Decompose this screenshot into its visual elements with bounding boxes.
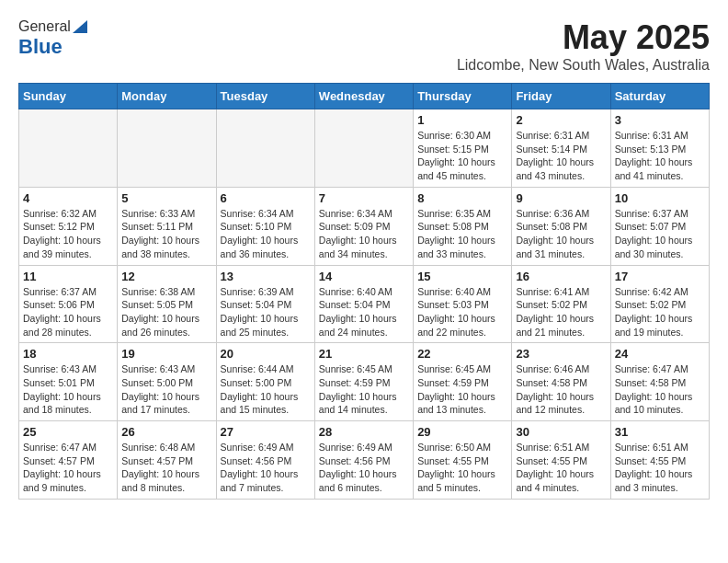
day-number: 19	[121, 347, 211, 361]
day-info: Sunrise: 6:49 AMSunset: 4:56 PMDaylight:…	[221, 441, 311, 495]
location-title: Lidcombe, New South Wales, Australia	[457, 57, 710, 74]
day-info: Sunrise: 6:49 AMSunset: 4:56 PMDaylight:…	[319, 441, 409, 495]
day-number: 14	[319, 270, 409, 283]
day-info: Sunrise: 6:32 AMSunset: 5:12 PMDaylight:…	[23, 207, 113, 261]
day-info: Sunrise: 6:51 AMSunset: 4:55 PMDaylight:…	[615, 441, 705, 495]
day-number: 20	[221, 347, 311, 361]
header: General Blue May 2025 Lidcombe, New Sout…	[18, 18, 710, 74]
weekday-header-sunday: Sunday	[19, 84, 118, 109]
day-number: 23	[516, 347, 606, 361]
logo-general: General	[18, 18, 71, 35]
day-cell: 10Sunrise: 6:37 AMSunset: 5:07 PMDayligh…	[610, 187, 709, 265]
day-number: 10	[615, 191, 705, 205]
day-info: Sunrise: 6:30 AMSunset: 5:15 PMDaylight:…	[417, 129, 507, 183]
day-cell	[19, 109, 118, 188]
day-number: 7	[319, 191, 409, 205]
month-title: May 2025	[457, 18, 710, 57]
calendar: SundayMondayTuesdayWednesdayThursdayFrid…	[18, 83, 710, 500]
day-cell: 5Sunrise: 6:33 AMSunset: 5:11 PMDaylight…	[118, 187, 216, 265]
day-cell: 9Sunrise: 6:36 AMSunset: 5:08 PMDaylight…	[512, 187, 610, 265]
day-cell: 14Sunrise: 6:40 AMSunset: 5:04 PMDayligh…	[314, 265, 413, 343]
day-info: Sunrise: 6:50 AMSunset: 4:55 PMDaylight:…	[417, 441, 507, 495]
day-cell: 22Sunrise: 6:45 AMSunset: 4:59 PMDayligh…	[414, 343, 512, 421]
day-cell: 27Sunrise: 6:49 AMSunset: 4:56 PMDayligh…	[216, 421, 314, 500]
day-cell: 2Sunrise: 6:31 AMSunset: 5:14 PMDaylight…	[512, 109, 610, 188]
day-cell	[314, 109, 413, 188]
weekday-header-tuesday: Tuesday	[216, 84, 314, 109]
day-number: 11	[23, 270, 113, 283]
day-cell	[216, 109, 314, 188]
weekday-header-friday: Friday	[512, 84, 610, 109]
day-number: 13	[221, 270, 311, 283]
day-info: Sunrise: 6:43 AMSunset: 5:00 PMDaylight:…	[121, 362, 211, 417]
day-info: Sunrise: 6:43 AMSunset: 5:01 PMDaylight:…	[23, 362, 113, 417]
day-number: 6	[221, 191, 311, 205]
day-cell: 3Sunrise: 6:31 AMSunset: 5:13 PMDaylight…	[610, 109, 709, 188]
day-number: 30	[516, 425, 606, 439]
day-number: 18	[23, 347, 113, 361]
day-info: Sunrise: 6:40 AMSunset: 5:03 PMDaylight:…	[417, 285, 507, 339]
day-info: Sunrise: 6:39 AMSunset: 5:04 PMDaylight:…	[221, 285, 311, 339]
day-number: 17	[615, 270, 705, 283]
day-cell: 12Sunrise: 6:38 AMSunset: 5:05 PMDayligh…	[118, 265, 216, 343]
day-info: Sunrise: 6:48 AMSunset: 4:57 PMDaylight:…	[121, 441, 211, 495]
day-cell: 1Sunrise: 6:30 AMSunset: 5:15 PMDaylight…	[414, 109, 512, 188]
day-info: Sunrise: 6:31 AMSunset: 5:13 PMDaylight:…	[615, 129, 705, 183]
day-number: 26	[121, 425, 211, 439]
day-cell: 7Sunrise: 6:34 AMSunset: 5:09 PMDaylight…	[314, 187, 413, 265]
day-cell: 4Sunrise: 6:32 AMSunset: 5:12 PMDaylight…	[19, 187, 118, 265]
weekday-header-saturday: Saturday	[610, 84, 709, 109]
day-info: Sunrise: 6:41 AMSunset: 5:02 PMDaylight:…	[516, 285, 606, 339]
day-info: Sunrise: 6:44 AMSunset: 5:00 PMDaylight:…	[221, 362, 311, 417]
day-number: 15	[417, 270, 507, 283]
day-info: Sunrise: 6:37 AMSunset: 5:07 PMDaylight:…	[615, 207, 705, 261]
day-number: 21	[319, 347, 409, 361]
week-row-2: 4Sunrise: 6:32 AMSunset: 5:12 PMDaylight…	[19, 187, 710, 265]
day-cell: 15Sunrise: 6:40 AMSunset: 5:03 PMDayligh…	[414, 265, 512, 343]
day-cell: 6Sunrise: 6:34 AMSunset: 5:10 PMDaylight…	[216, 187, 314, 265]
day-cell: 23Sunrise: 6:46 AMSunset: 4:58 PMDayligh…	[512, 343, 610, 421]
day-info: Sunrise: 6:40 AMSunset: 5:04 PMDaylight:…	[319, 285, 409, 339]
day-info: Sunrise: 6:31 AMSunset: 5:14 PMDaylight:…	[516, 129, 606, 183]
day-cell: 30Sunrise: 6:51 AMSunset: 4:55 PMDayligh…	[512, 421, 610, 500]
day-cell: 31Sunrise: 6:51 AMSunset: 4:55 PMDayligh…	[610, 421, 709, 500]
day-info: Sunrise: 6:45 AMSunset: 4:59 PMDaylight:…	[417, 362, 507, 417]
day-number: 2	[516, 113, 606, 127]
day-info: Sunrise: 6:51 AMSunset: 4:55 PMDaylight:…	[516, 441, 606, 495]
day-cell: 13Sunrise: 6:39 AMSunset: 5:04 PMDayligh…	[216, 265, 314, 343]
day-cell: 26Sunrise: 6:48 AMSunset: 4:57 PMDayligh…	[118, 421, 216, 500]
day-number: 25	[23, 425, 113, 439]
day-cell: 25Sunrise: 6:47 AMSunset: 4:57 PMDayligh…	[19, 421, 118, 500]
day-number: 12	[121, 270, 211, 283]
day-info: Sunrise: 6:42 AMSunset: 5:02 PMDaylight:…	[615, 285, 705, 339]
day-info: Sunrise: 6:45 AMSunset: 4:59 PMDaylight:…	[319, 362, 409, 417]
day-cell	[118, 109, 216, 188]
day-cell: 16Sunrise: 6:41 AMSunset: 5:02 PMDayligh…	[512, 265, 610, 343]
svg-marker-0	[73, 20, 87, 33]
week-row-1: 1Sunrise: 6:30 AMSunset: 5:15 PMDaylight…	[19, 109, 710, 188]
week-row-3: 11Sunrise: 6:37 AMSunset: 5:06 PMDayligh…	[19, 265, 710, 343]
day-info: Sunrise: 6:35 AMSunset: 5:08 PMDaylight:…	[417, 207, 507, 261]
day-cell: 11Sunrise: 6:37 AMSunset: 5:06 PMDayligh…	[19, 265, 118, 343]
day-number: 28	[319, 425, 409, 439]
week-row-5: 25Sunrise: 6:47 AMSunset: 4:57 PMDayligh…	[19, 421, 710, 500]
day-number: 16	[516, 270, 606, 283]
day-cell: 19Sunrise: 6:43 AMSunset: 5:00 PMDayligh…	[118, 343, 216, 421]
day-number: 1	[417, 113, 507, 127]
day-number: 27	[221, 425, 311, 439]
day-info: Sunrise: 6:38 AMSunset: 5:05 PMDaylight:…	[121, 285, 211, 339]
day-info: Sunrise: 6:36 AMSunset: 5:08 PMDaylight:…	[516, 207, 606, 261]
day-number: 9	[516, 191, 606, 205]
day-info: Sunrise: 6:37 AMSunset: 5:06 PMDaylight:…	[23, 285, 113, 339]
weekday-header-row: SundayMondayTuesdayWednesdayThursdayFrid…	[19, 84, 710, 109]
day-info: Sunrise: 6:33 AMSunset: 5:11 PMDaylight:…	[121, 207, 211, 261]
day-cell: 18Sunrise: 6:43 AMSunset: 5:01 PMDayligh…	[19, 343, 118, 421]
weekday-header-wednesday: Wednesday	[314, 84, 413, 109]
day-info: Sunrise: 6:34 AMSunset: 5:10 PMDaylight:…	[221, 207, 311, 261]
logo-arrow-icon	[73, 17, 87, 33]
title-area: May 2025 Lidcombe, New South Wales, Aust…	[457, 18, 710, 74]
logo-blue: Blue	[18, 35, 63, 58]
day-info: Sunrise: 6:47 AMSunset: 4:58 PMDaylight:…	[615, 362, 705, 417]
day-cell: 28Sunrise: 6:49 AMSunset: 4:56 PMDayligh…	[314, 421, 413, 500]
day-number: 22	[417, 347, 507, 361]
